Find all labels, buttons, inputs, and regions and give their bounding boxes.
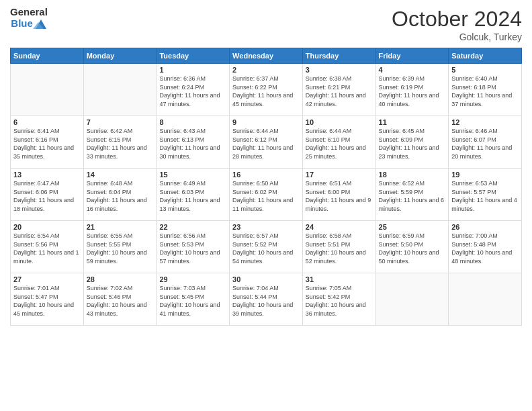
day-header-tuesday: Tuesday [157, 48, 230, 64]
day-info: Sunrise: 7:05 AMSunset: 5:42 PMDaylight:… [306, 284, 373, 318]
calendar-day-cell: 9Sunrise: 6:44 AMSunset: 6:12 PMDaylight… [230, 116, 303, 169]
calendar-day-cell: 3Sunrise: 6:38 AMSunset: 6:21 PMDaylight… [302, 64, 375, 116]
day-number: 8 [159, 118, 226, 126]
day-number: 29 [159, 275, 226, 283]
day-header-sunday: Sunday [11, 48, 84, 64]
day-info: Sunrise: 6:38 AMSunset: 6:21 PMDaylight:… [306, 75, 373, 108]
day-number: 17 [306, 171, 373, 179]
calendar-week-row: 27Sunrise: 7:01 AMSunset: 5:47 PMDayligh… [11, 273, 522, 326]
calendar-day-cell: 20Sunrise: 6:54 AMSunset: 5:56 PMDayligh… [11, 221, 84, 273]
calendar-day-cell: 7Sunrise: 6:42 AMSunset: 6:15 PMDaylight… [83, 116, 157, 169]
day-info: Sunrise: 6:48 AMSunset: 6:04 PMDaylight:… [87, 179, 154, 213]
day-number: 2 [232, 66, 300, 74]
calendar-day-cell: 24Sunrise: 6:58 AMSunset: 5:51 PMDayligh… [302, 221, 375, 273]
calendar-day-cell: 5Sunrise: 6:40 AMSunset: 6:18 PMDaylight… [449, 64, 522, 116]
day-number: 20 [13, 223, 81, 231]
day-number: 27 [13, 275, 81, 283]
day-info: Sunrise: 7:02 AMSunset: 5:46 PMDaylight:… [87, 284, 154, 318]
day-info: Sunrise: 6:42 AMSunset: 6:15 PMDaylight:… [87, 127, 154, 161]
calendar-day-cell: 16Sunrise: 6:50 AMSunset: 6:02 PMDayligh… [230, 169, 303, 221]
day-info: Sunrise: 7:03 AMSunset: 5:45 PMDaylight:… [159, 284, 226, 318]
day-info: Sunrise: 6:41 AMSunset: 6:16 PMDaylight:… [13, 127, 81, 161]
day-info: Sunrise: 6:44 AMSunset: 6:12 PMDaylight:… [232, 127, 300, 161]
day-info: Sunrise: 6:50 AMSunset: 6:02 PMDaylight:… [232, 179, 300, 213]
day-header-saturday: Saturday [449, 48, 522, 64]
calendar-week-row: 6Sunrise: 6:41 AMSunset: 6:16 PMDaylight… [11, 116, 522, 169]
calendar-week-row: 13Sunrise: 6:47 AMSunset: 6:06 PMDayligh… [11, 169, 522, 221]
day-info: Sunrise: 6:59 AMSunset: 5:50 PMDaylight:… [379, 232, 446, 265]
calendar-day-cell [375, 273, 449, 326]
calendar-header-row: SundayMondayTuesdayWednesdayThursdayFrid… [11, 48, 522, 64]
calendar-day-cell: 21Sunrise: 6:55 AMSunset: 5:55 PMDayligh… [83, 221, 157, 273]
title-section: October 2024 Golcuk, Turkey [392, 7, 522, 42]
calendar-day-cell: 11Sunrise: 6:45 AMSunset: 6:09 PMDayligh… [375, 116, 449, 169]
header: General Blue October 2024 Golcuk, Turkey [10, 7, 522, 42]
day-number: 6 [13, 118, 81, 126]
day-info: Sunrise: 6:53 AMSunset: 5:57 PMDaylight:… [451, 179, 519, 213]
logo: General Blue [10, 7, 48, 30]
calendar-day-cell [83, 64, 157, 116]
day-number: 1 [159, 66, 226, 74]
day-info: Sunrise: 6:55 AMSunset: 5:55 PMDaylight:… [87, 232, 154, 265]
day-number: 11 [379, 118, 446, 126]
day-number: 25 [379, 223, 446, 231]
day-number: 5 [451, 66, 519, 74]
day-header-friday: Friday [375, 48, 449, 64]
day-info: Sunrise: 6:56 AMSunset: 5:53 PMDaylight:… [159, 232, 226, 265]
calendar-day-cell: 13Sunrise: 6:47 AMSunset: 6:06 PMDayligh… [11, 169, 84, 221]
location-title: Golcuk, Turkey [392, 32, 522, 42]
day-number: 23 [232, 223, 300, 231]
day-number: 22 [159, 223, 226, 231]
day-number: 26 [451, 223, 519, 231]
calendar-day-cell: 26Sunrise: 7:00 AMSunset: 5:48 PMDayligh… [449, 221, 522, 273]
day-number: 14 [87, 171, 154, 179]
calendar-day-cell: 4Sunrise: 6:39 AMSunset: 6:19 PMDaylight… [375, 64, 449, 116]
day-info: Sunrise: 6:47 AMSunset: 6:06 PMDaylight:… [13, 179, 81, 213]
calendar-day-cell: 23Sunrise: 6:57 AMSunset: 5:52 PMDayligh… [230, 221, 303, 273]
day-info: Sunrise: 7:00 AMSunset: 5:48 PMDaylight:… [451, 232, 519, 265]
day-number: 18 [379, 171, 446, 179]
logo-icon [33, 18, 48, 30]
day-header-wednesday: Wednesday [230, 48, 303, 64]
day-number: 30 [232, 275, 300, 283]
day-info: Sunrise: 6:54 AMSunset: 5:56 PMDaylight:… [13, 232, 81, 265]
calendar-day-cell: 29Sunrise: 7:03 AMSunset: 5:45 PMDayligh… [157, 273, 230, 326]
calendar-week-row: 1Sunrise: 6:36 AMSunset: 6:24 PMDaylight… [11, 64, 522, 116]
day-info: Sunrise: 6:43 AMSunset: 6:13 PMDaylight:… [159, 127, 226, 161]
day-number: 3 [306, 66, 373, 74]
day-number: 21 [87, 223, 154, 231]
day-number: 16 [232, 171, 300, 179]
calendar-container: General Blue October 2024 Golcuk, Turkey… [0, 0, 532, 411]
calendar-day-cell: 31Sunrise: 7:05 AMSunset: 5:42 PMDayligh… [302, 273, 375, 326]
calendar-day-cell: 18Sunrise: 6:52 AMSunset: 5:59 PMDayligh… [375, 169, 449, 221]
day-number: 31 [306, 275, 373, 283]
day-info: Sunrise: 6:40 AMSunset: 6:18 PMDaylight:… [451, 75, 519, 108]
calendar-day-cell: 10Sunrise: 6:44 AMSunset: 6:10 PMDayligh… [302, 116, 375, 169]
day-number: 15 [159, 171, 226, 179]
day-number: 19 [451, 171, 519, 179]
month-title: October 2024 [392, 7, 522, 32]
day-info: Sunrise: 6:46 AMSunset: 6:07 PMDaylight:… [451, 127, 519, 161]
day-info: Sunrise: 6:36 AMSunset: 6:24 PMDaylight:… [159, 75, 226, 108]
calendar-week-row: 20Sunrise: 6:54 AMSunset: 5:56 PMDayligh… [11, 221, 522, 273]
day-info: Sunrise: 6:49 AMSunset: 6:03 PMDaylight:… [159, 179, 226, 213]
day-info: Sunrise: 6:44 AMSunset: 6:10 PMDaylight:… [306, 127, 373, 161]
day-number: 9 [232, 118, 300, 126]
day-number: 10 [306, 118, 373, 126]
calendar-day-cell: 2Sunrise: 6:37 AMSunset: 6:22 PMDaylight… [230, 64, 303, 116]
calendar-day-cell: 25Sunrise: 6:59 AMSunset: 5:50 PMDayligh… [375, 221, 449, 273]
day-header-monday: Monday [83, 48, 157, 64]
calendar-day-cell [449, 273, 522, 326]
calendar-day-cell: 15Sunrise: 6:49 AMSunset: 6:03 PMDayligh… [157, 169, 230, 221]
day-number: 4 [379, 66, 446, 74]
calendar-day-cell: 28Sunrise: 7:02 AMSunset: 5:46 PMDayligh… [83, 273, 157, 326]
calendar-table: SundayMondayTuesdayWednesdayThursdayFrid… [10, 48, 522, 326]
calendar-day-cell: 14Sunrise: 6:48 AMSunset: 6:04 PMDayligh… [83, 169, 157, 221]
day-number: 13 [13, 171, 81, 179]
calendar-day-cell: 12Sunrise: 6:46 AMSunset: 6:07 PMDayligh… [449, 116, 522, 169]
day-number: 12 [451, 118, 519, 126]
calendar-day-cell: 22Sunrise: 6:56 AMSunset: 5:53 PMDayligh… [157, 221, 230, 273]
calendar-day-cell: 8Sunrise: 6:43 AMSunset: 6:13 PMDaylight… [157, 116, 230, 169]
calendar-day-cell: 6Sunrise: 6:41 AMSunset: 6:16 PMDaylight… [11, 116, 84, 169]
calendar-day-cell: 30Sunrise: 7:04 AMSunset: 5:44 PMDayligh… [230, 273, 303, 326]
